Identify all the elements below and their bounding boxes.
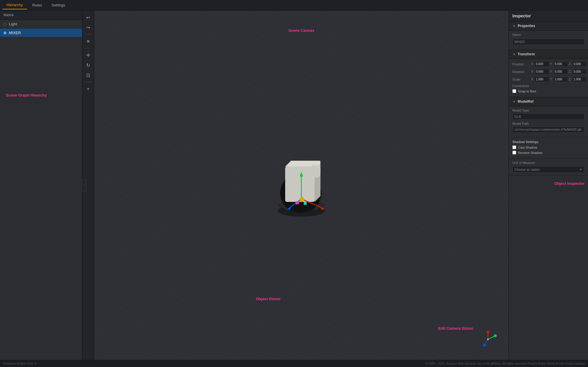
- name-input[interactable]: [512, 39, 584, 45]
- transform-collapse-arrow: ▼: [512, 53, 516, 56]
- cast-shadow-row: Cast Shadow: [512, 145, 584, 149]
- scale-y-input[interactable]: [553, 77, 568, 82]
- properties-section-label: Properties: [518, 24, 535, 28]
- annotation-object-inspector-wrapper: Object Inspector: [509, 175, 588, 192]
- scale-x-input[interactable]: [534, 77, 549, 82]
- properties-section-header[interactable]: ▼ Properties: [509, 21, 588, 31]
- footer-right: © 2008 – 2021, Amazon Web Services, Inc.…: [425, 362, 585, 365]
- rotate-button[interactable]: ↻: [84, 61, 93, 69]
- svg-point-6: [312, 161, 320, 165]
- tree-label-mixer: MIXER: [9, 31, 21, 35]
- shadow-settings-label: Shadow Settings: [512, 140, 584, 144]
- camera-gizmo: [479, 331, 497, 348]
- modelref-collapse-arrow: ▼: [512, 100, 516, 103]
- modelref-section-label: ModelRef: [518, 99, 534, 104]
- position-z-input[interactable]: [572, 61, 587, 67]
- scale-y-group: Y: [550, 77, 568, 82]
- snap-to-floor-checkbox[interactable]: [512, 89, 516, 93]
- tree-dot-mixer: [4, 31, 6, 34]
- model-path-input[interactable]: [512, 127, 584, 133]
- svg-point-22: [487, 338, 489, 340]
- modelref-section-header[interactable]: ▼ ModelRef: [509, 97, 588, 106]
- tab-settings[interactable]: Settings: [47, 1, 69, 9]
- right-panel: Inspector ▼ Properties Name ▼ Transform …: [509, 11, 588, 360]
- redo-button[interactable]: ↪: [84, 23, 93, 32]
- add-button[interactable]: +: [84, 84, 93, 93]
- properties-section-content: Name: [509, 31, 588, 50]
- rotation-y-group: Y: [550, 69, 568, 74]
- mixer-svg: [257, 140, 346, 222]
- rotation-z-group: Z: [569, 69, 587, 74]
- scale-row: Scale X Y Z: [512, 77, 584, 82]
- scale-y-axis: Y: [550, 78, 553, 81]
- rotation-z-axis: Z: [569, 70, 572, 73]
- left-panel: Name Light MIXER Scene Graph Hiearchy ‹: [0, 11, 82, 360]
- rotation-y-input[interactable]: [553, 69, 568, 74]
- model-type-input[interactable]: [512, 113, 584, 120]
- footer-left: Feedback English (US) ▼: [3, 362, 37, 365]
- tab-hierarchy[interactable]: Hierarchy: [2, 1, 27, 9]
- receive-shadow-checkbox[interactable]: [512, 151, 516, 155]
- camera-gizmo-svg: [479, 331, 497, 348]
- unit-select-wrapper: Choose an option Meters Centimeters Feet…: [512, 166, 584, 173]
- svg-point-21: [483, 344, 486, 347]
- snap-to-floor-row: Snap to floor: [512, 89, 584, 93]
- tool-separator-3: [85, 82, 92, 82]
- tree-item-light[interactable]: Light: [0, 20, 82, 29]
- tab-rules[interactable]: Rules: [28, 1, 46, 9]
- canvas-area[interactable]: Scene Canvas Object Gizmo Edit Camera Gi…: [94, 11, 509, 360]
- scale-fields: X Y Z: [531, 77, 587, 82]
- position-y-input[interactable]: [553, 61, 568, 67]
- svg-rect-14: [295, 201, 299, 205]
- modelref-section-content: Model Type Model Path: [509, 106, 588, 137]
- scale-x-group: X: [531, 77, 549, 82]
- svg-rect-15: [304, 202, 307, 205]
- scale-z-axis: Z: [569, 78, 572, 81]
- rotation-x-group: X: [531, 69, 549, 74]
- scale-z-group: Z: [569, 77, 587, 82]
- undo-button[interactable]: ↩: [84, 13, 93, 22]
- cast-shadow-label: Cast Shadow: [518, 146, 537, 149]
- scale-button[interactable]: ⊡: [84, 71, 93, 79]
- name-field-label: Name: [512, 33, 530, 36]
- position-x-input[interactable]: [534, 61, 549, 67]
- main-layout: Name Light MIXER Scene Graph Hiearchy ‹ …: [0, 11, 588, 360]
- model-type-label: Model Type: [512, 109, 584, 112]
- move-button[interactable]: ✛: [84, 51, 93, 59]
- cast-shadow-checkbox[interactable]: [512, 145, 516, 149]
- footer: Feedback English (US) ▼ © 2008 – 2021, A…: [0, 360, 588, 367]
- rotation-row: Rotation X Y Z: [512, 69, 584, 74]
- scale-label: Scale: [512, 78, 530, 81]
- position-x-group: X: [531, 61, 549, 67]
- unit-of-measure-select[interactable]: Choose an option Meters Centimeters Feet…: [512, 166, 584, 173]
- transform-section-header[interactable]: ▼ Transform: [509, 50, 588, 59]
- unit-of-measure-label: Unit of Measure: [512, 161, 584, 165]
- collapse-sidebar-button[interactable]: ‹: [82, 180, 86, 191]
- tree-item-mixer[interactable]: MIXER: [0, 29, 82, 37]
- inspector-title: Inspector: [509, 11, 588, 21]
- name-field-row: Name: [512, 33, 584, 36]
- rotation-x-input[interactable]: [534, 69, 549, 74]
- rotation-z-input[interactable]: [572, 69, 587, 74]
- transform-section-label: Transform: [518, 52, 535, 56]
- unit-of-measure-content: Unit of Measure Choose an option Meters …: [509, 159, 588, 175]
- tool-separator-1: [85, 34, 92, 34]
- mixer-3d-object: [257, 140, 346, 222]
- rotation-fields: X Y Z: [531, 69, 587, 74]
- position-x-axis: X: [531, 62, 534, 66]
- position-fields: X Y Z: [531, 61, 587, 67]
- annotation-object-inspector: Object Inspector: [554, 181, 584, 186]
- tree-label-light: Light: [9, 22, 17, 26]
- rotation-label: Rotation: [512, 70, 530, 74]
- receive-shadow-row: Receive Shadow: [512, 151, 584, 155]
- rotation-x-axis: X: [531, 70, 534, 73]
- transform-section-content: Position X Y Z: [509, 59, 588, 97]
- position-y-group: Y: [550, 61, 568, 67]
- scale-z-input[interactable]: [572, 77, 587, 82]
- model-path-label: Model Path: [512, 122, 584, 125]
- svg-rect-4: [285, 167, 315, 202]
- close-button[interactable]: ✕: [84, 37, 93, 46]
- constraints-label: Constraints: [512, 84, 584, 88]
- top-nav: Hierarchy Rules Settings: [0, 0, 588, 11]
- properties-collapse-arrow: ▼: [512, 24, 516, 28]
